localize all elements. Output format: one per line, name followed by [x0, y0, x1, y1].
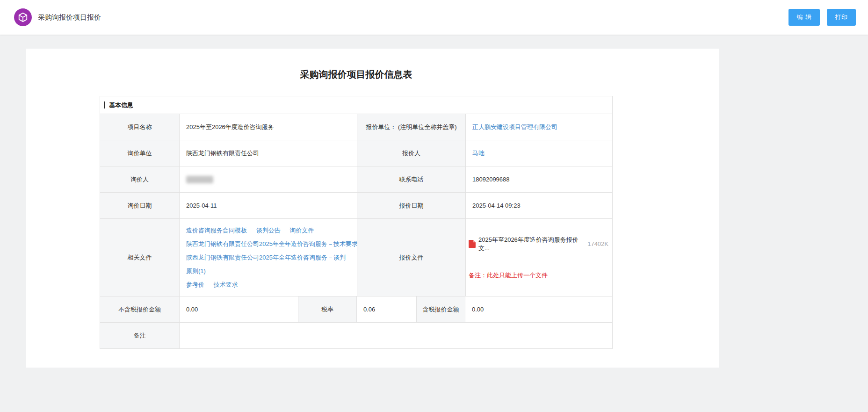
upload-note: 备注：此处只能上传一个文件: [469, 271, 608, 280]
edit-button[interactable]: 编 辑: [788, 9, 820, 26]
header-actions: 编 辑 打印: [788, 9, 856, 26]
table-row-remark: 备注: [100, 323, 613, 349]
table-row: 询价单位 陕西龙门钢铁有限责任公司 报价人 马咄: [100, 140, 613, 166]
quote-file-size: 17402K: [587, 240, 608, 247]
field-value-phone: 18092099688: [466, 166, 613, 193]
related-file-link[interactable]: 陕西龙门钢铁有限责任公司2025年全年造价咨询服务－技术要求: [186, 240, 358, 247]
field-label-quoter: 报价人: [357, 140, 466, 166]
field-label-quote-file: 报价文件: [357, 219, 466, 296]
field-label-inquirer: 询价人: [100, 166, 180, 193]
field-value-amount-with-tax: 0.00: [465, 296, 613, 323]
quote-file-cell: 2025年至2026年度造价咨询服务报价文... 17402K 备注：此处只能上…: [466, 219, 613, 296]
quoter-link[interactable]: 马咄: [472, 149, 485, 158]
related-file-link[interactable]: 谈判公告: [256, 227, 281, 234]
cube-package-icon: [18, 12, 28, 22]
field-label-inquiry-date: 询价日期: [100, 193, 180, 219]
section-header-row: 基本信息: [100, 96, 613, 114]
field-value-inquiry-company: 陕西龙门钢铁有限责任公司: [180, 140, 357, 166]
quote-company-link[interactable]: 正大鹏安建设项目管理有限公司: [472, 123, 557, 131]
field-value-tax-rate: 0.06: [357, 296, 417, 323]
table-row: 项目名称 2025年至2026年度造价咨询服务 报价单位： (注明单位全称并盖章…: [100, 114, 613, 140]
table-row: 询价人 联系电话 18092099688: [100, 166, 613, 193]
page-title: 采购询报价项目报价: [38, 13, 101, 22]
field-value-amount-no-tax: 0.00: [180, 296, 298, 323]
field-value-inquiry-date: 2025-04-11: [180, 193, 357, 219]
related-file-link[interactable]: 造价咨询服务合同模板: [186, 227, 247, 234]
field-label-inquiry-company: 询价单位: [100, 140, 180, 166]
section-title-basic-info: 基本信息: [104, 101, 133, 108]
print-button[interactable]: 打印: [827, 9, 856, 26]
related-file-link[interactable]: 技术要求: [214, 281, 238, 288]
related-file-link[interactable]: 参考价: [186, 281, 204, 288]
field-value-remark: [180, 323, 613, 349]
field-label-tax-rate: 税率: [298, 296, 357, 323]
field-value-inquirer: [180, 166, 357, 193]
content-card: 采购询报价项目报价信息表 基本信息 项目名称 2025年至2026年度造价咨询服…: [26, 49, 719, 368]
field-value-quote-date: 2025-04-14 09:23: [466, 193, 613, 219]
quote-file-name[interactable]: 2025年至2026年度造价咨询服务报价文...: [478, 236, 581, 253]
table-row-files: 相关文件 造价咨询服务合同模板 谈判公告 询价文件 陕西龙门钢铁有限责任公司20…: [100, 219, 613, 296]
field-label-quote-company: 报价单位： (注明单位全称并盖章): [357, 114, 466, 140]
field-label-quote-date: 报价日期: [357, 193, 466, 219]
field-label-remark: 备注: [100, 323, 180, 349]
related-file-link[interactable]: 陕西龙门钢铁有限责任公司2025年全年造价咨询服务－谈判原则(1): [186, 254, 346, 275]
field-value-project-name: 2025年至2026年度造价咨询服务: [180, 114, 357, 140]
form-title: 采购询报价项目报价信息表: [100, 68, 613, 81]
related-files-cell: 造价咨询服务合同模板 谈判公告 询价文件 陕西龙门钢铁有限责任公司2025年全年…: [180, 219, 357, 296]
table-row-amounts: 不含税报价金额 0.00 税率 0.06 含税报价金额 0.00: [100, 296, 613, 323]
field-label-phone: 联系电话: [357, 166, 466, 193]
app-logo: [14, 8, 32, 26]
field-label-amount-with-tax: 含税报价金额: [417, 296, 465, 323]
field-label-related-files: 相关文件: [100, 219, 180, 296]
pdf-icon: [469, 240, 476, 248]
basic-info-table: 基本信息 项目名称 2025年至2026年度造价咨询服务 报价单位： (注明单位…: [100, 96, 613, 349]
table-row: 询价日期 2025-04-11 报价日期 2025-04-14 09:23: [100, 193, 613, 219]
app-header: 采购询报价项目报价 编 辑 打印: [0, 0, 868, 35]
field-label-amount-no-tax: 不含税报价金额: [100, 296, 180, 323]
field-label-project-name: 项目名称: [100, 114, 180, 140]
redacted-inquirer-name: [186, 176, 213, 183]
related-file-link[interactable]: 询价文件: [289, 227, 314, 234]
